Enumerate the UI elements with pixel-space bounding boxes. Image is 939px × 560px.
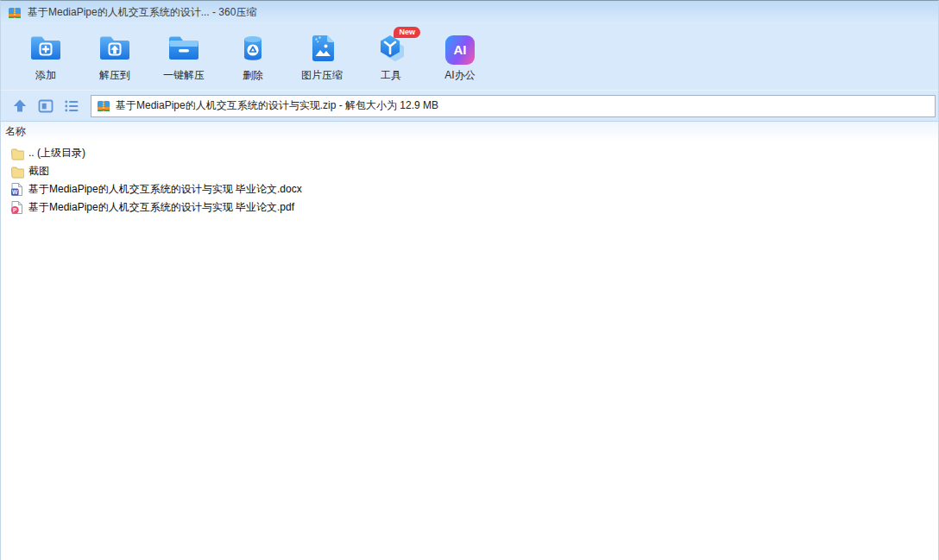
title-bar[interactable]: 基于MediaPipe的人机交互系统的设计... - 360压缩 bbox=[1, 1, 938, 24]
toolbar-button-tools[interactable]: New 工具 bbox=[360, 29, 422, 83]
toolbar-label-ai-office: AI办公 bbox=[444, 68, 475, 83]
toolbar-button-ai-office[interactable]: AI AI办公 bbox=[429, 29, 491, 83]
file-name: 基于MediaPipe的人机交互系统的设计与实现 毕业论文.docx bbox=[28, 182, 302, 197]
tools-cube-icon: New bbox=[374, 31, 408, 66]
folder-icon bbox=[9, 146, 24, 160]
window-title: 基于MediaPipe的人机交互系统的设计... - 360压缩 bbox=[28, 5, 256, 20]
file-rows: .. (上级目录) 截图 W bbox=[1, 142, 938, 217]
trash-icon bbox=[236, 31, 270, 66]
toolbar-label-extract-to: 解压到 bbox=[99, 68, 130, 83]
new-badge: New bbox=[394, 27, 420, 38]
file-row-docx[interactable]: W 基于MediaPipe的人机交互系统的设计与实现 毕业论文.docx bbox=[1, 180, 938, 198]
toolbar-label-add: 添加 bbox=[35, 68, 56, 83]
pdf-document-icon: P bbox=[9, 200, 24, 215]
word-document-icon: W bbox=[9, 182, 24, 197]
details-view-button[interactable] bbox=[37, 98, 54, 115]
word-badge-letter: W bbox=[12, 189, 18, 195]
pdf-badge-letter: P bbox=[13, 207, 17, 213]
one-click-extract-icon bbox=[167, 31, 201, 66]
toolbar-button-add[interactable]: 添加 bbox=[15, 29, 77, 83]
ai-office-icon: AI bbox=[443, 31, 477, 66]
toolbar-button-one-click-extract[interactable]: 一键解压 bbox=[153, 29, 215, 83]
image-compress-icon bbox=[305, 31, 339, 66]
column-header-name[interactable]: 名称 bbox=[1, 122, 938, 142]
main-toolbar: 添加 解压到 bbox=[1, 24, 938, 90]
column-header-label: 名称 bbox=[5, 124, 26, 139]
toolbar-button-delete[interactable]: 删除 bbox=[222, 29, 284, 83]
zip-archive-icon bbox=[97, 99, 110, 113]
ai-icon-text: AI bbox=[445, 35, 475, 65]
file-name: 基于MediaPipe的人机交互系统的设计与实现 毕业论文.pdf bbox=[28, 200, 294, 215]
toolbar-button-extract-to[interactable]: 解压到 bbox=[84, 29, 146, 83]
file-row-folder[interactable]: 截图 bbox=[1, 162, 938, 180]
address-bar: 基于MediaPipe的人机交互系统的设计与实现.zip - 解包大小为 12.… bbox=[1, 90, 938, 122]
file-row-pdf[interactable]: P 基于MediaPipe的人机交互系统的设计与实现 毕业论文.pdf bbox=[1, 198, 938, 217]
file-list: 名称 .. (上级目录) 截图 bbox=[1, 122, 938, 560]
add-archive-icon bbox=[28, 31, 63, 66]
file-name: 截图 bbox=[28, 164, 49, 179]
archive-path-text: 基于MediaPipe的人机交互系统的设计与实现.zip - 解包大小为 12.… bbox=[116, 98, 438, 113]
toolbar-label-image-compress: 图片压缩 bbox=[301, 68, 343, 83]
toolbar-label-one-click-extract: 一键解压 bbox=[163, 68, 205, 83]
extract-to-icon bbox=[98, 31, 132, 66]
folder-icon bbox=[9, 164, 24, 179]
zip-archive-icon bbox=[8, 6, 22, 20]
toolbar-button-image-compress[interactable]: 图片压缩 bbox=[291, 29, 353, 83]
app-window: 基于MediaPipe的人机交互系统的设计... - 360压缩 添加 bbox=[0, 0, 939, 560]
toolbar-label-delete: 删除 bbox=[243, 68, 263, 83]
archive-path-field[interactable]: 基于MediaPipe的人机交互系统的设计与实现.zip - 解包大小为 12.… bbox=[91, 95, 936, 117]
file-name: .. (上级目录) bbox=[28, 146, 85, 160]
toolbar-label-tools: 工具 bbox=[381, 68, 401, 83]
up-arrow-button[interactable] bbox=[11, 98, 28, 115]
file-row-parent-dir[interactable]: .. (上级目录) bbox=[1, 144, 938, 162]
list-view-button[interactable] bbox=[63, 98, 80, 115]
